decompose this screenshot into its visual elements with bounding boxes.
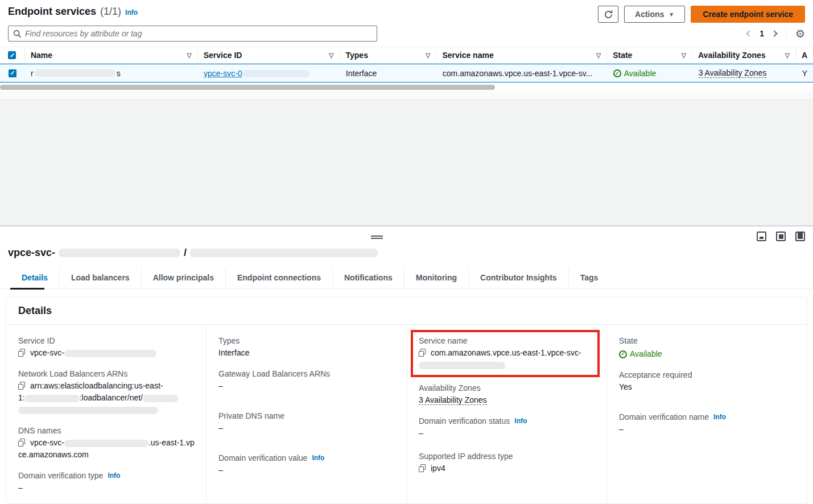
column-header-availability-zones[interactable]: Availability Zones ▽ <box>692 47 796 63</box>
field-service-id: Service ID vpce-svc- <box>18 336 195 359</box>
endpoint-services-table: ✓ Name ▽ Service ID ▽ Types ▽ Service na… <box>0 47 813 82</box>
details-column-1: Service ID vpce-svc- Network Load Balanc… <box>6 325 206 504</box>
copy-icon[interactable] <box>419 464 426 472</box>
sort-icon[interactable]: ▽ <box>329 52 333 59</box>
details-column-4: State ✓Available Acceptance required Yes… <box>606 325 807 504</box>
column-header-types[interactable]: Types ▽ <box>340 47 437 63</box>
select-all-checkbox[interactable]: ✓ <box>8 51 16 59</box>
search-input[interactable] <box>25 29 372 38</box>
sort-icon[interactable]: ▽ <box>596 52 601 59</box>
panel-position-split-icon[interactable] <box>776 232 786 241</box>
field-gateway-lb-arns: Gateway Load Balancers ARNs – <box>218 369 395 392</box>
details-card-header: Details <box>6 298 807 325</box>
row-service-id-cell: vpce-svc-0 <box>198 64 340 82</box>
pagination: 1 ⚙ <box>747 27 805 40</box>
copy-icon[interactable] <box>18 439 25 447</box>
details-column-2: Types Interface Gateway Load Balancers A… <box>206 325 406 504</box>
endpoint-services-section: Endpoint services (1/1) Info Actions ▼ C… <box>0 0 813 100</box>
row-types-cell: Interface <box>340 64 437 82</box>
field-supported-ip: Supported IP address type ipv4 <box>419 452 595 474</box>
settings-gear-icon[interactable]: ⚙ <box>795 28 805 39</box>
column-header-acceptance[interactable]: A <box>796 47 813 63</box>
field-state: State ✓Available <box>619 336 795 360</box>
column-header-state[interactable]: State ▽ <box>607 47 692 63</box>
service-id-link[interactable]: vpce-svc-0 <box>204 69 309 78</box>
row-state-cell: ✓Available <box>608 64 693 82</box>
horizontal-scrollbar-thumb[interactable] <box>0 85 495 90</box>
sort-icon[interactable]: ▽ <box>426 52 430 59</box>
field-domain-verification-type: Domain verification typeInfo – <box>18 471 195 494</box>
sort-icon[interactable]: ▽ <box>682 52 686 59</box>
empty-background-area <box>0 100 813 226</box>
redacted-value <box>419 362 505 369</box>
redacted-service-id <box>242 70 309 77</box>
field-private-dns-name: Private DNS name – <box>218 411 395 434</box>
sort-icon[interactable]: ▽ <box>785 52 789 59</box>
tab-allow-principals[interactable]: Allow principals <box>142 268 226 288</box>
field-service-name: Service name com.amazonaws.vpce.us-east-… <box>419 336 593 371</box>
redacted-service-id-title <box>59 249 180 257</box>
service-name-highlight-box: Service name com.amazonaws.vpce.us-east-… <box>411 330 600 377</box>
availability-zones-popover[interactable]: 3 Availability Zones <box>419 395 487 405</box>
panel-tabs: Details Load balancers Allow principals … <box>0 268 813 289</box>
field-dns-names: DNS names vpce-svc-.us-east-1.vpce.amazo… <box>18 426 195 461</box>
availability-zones-popover[interactable]: 3 Availability Zones <box>699 68 767 78</box>
panel-drag-handle-icon[interactable] <box>371 236 383 240</box>
redacted-value <box>64 350 156 357</box>
create-endpoint-service-button[interactable]: Create endpoint service <box>691 6 805 23</box>
info-link[interactable]: Info <box>713 413 726 421</box>
field-nlb-arns: Network Load Balancers ARNs arn:aws:elas… <box>18 369 195 416</box>
actions-label: Actions <box>635 10 664 19</box>
toolbar-row: 1 ⚙ <box>0 23 813 42</box>
search-box[interactable] <box>8 26 377 42</box>
field-domain-verification-name: Domain verification nameInfo – <box>619 412 795 435</box>
actions-button[interactable]: Actions ▼ <box>624 6 685 23</box>
horizontal-scrollbar <box>0 85 813 91</box>
table-row[interactable]: ✓ rs vpce-svc-0 Interface com.amazonaws.… <box>0 64 813 82</box>
row-availability-zones-cell: 3 Availability Zones <box>693 64 797 82</box>
row-checkbox[interactable]: ✓ <box>9 69 16 77</box>
select-all-checkbox-cell: ✓ <box>0 47 25 63</box>
redacted-value <box>143 395 178 402</box>
tab-tags[interactable]: Tags <box>569 268 610 288</box>
table-footer-strip <box>0 91 813 100</box>
header-info-link[interactable]: Info <box>125 9 138 16</box>
tab-load-balancers[interactable]: Load balancers <box>60 268 142 288</box>
check-circle-icon: ✓ <box>613 69 621 77</box>
info-link[interactable]: Info <box>312 454 324 462</box>
column-header-name[interactable]: Name ▽ <box>25 47 198 63</box>
page-number[interactable]: 1 <box>760 29 764 38</box>
status-badge: ✓Available <box>613 69 657 78</box>
field-domain-verification-value: Domain verification valueInfo – <box>218 453 395 476</box>
details-column-3: Service name com.amazonaws.vpce.us-east-… <box>406 325 606 504</box>
tab-details[interactable]: Details <box>10 268 60 288</box>
next-page-icon[interactable] <box>771 30 777 36</box>
previous-page-icon[interactable] <box>746 30 752 36</box>
panel-position-bottom-icon[interactable] <box>757 232 766 241</box>
column-header-service-name[interactable]: Service name ▽ <box>436 47 607 63</box>
panel-title: vpce-svc- / <box>0 226 813 259</box>
details-heading: Details <box>18 305 795 317</box>
tab-monitoring[interactable]: Monitoring <box>405 268 469 288</box>
tab-contributor-insights[interactable]: Contributor Insights <box>469 268 569 288</box>
tab-notifications[interactable]: Notifications <box>333 268 405 288</box>
info-link[interactable]: Info <box>514 417 527 425</box>
refresh-button[interactable] <box>598 6 618 23</box>
details-card-body: Service ID vpce-svc- Network Load Balanc… <box>6 325 807 504</box>
page-header: Endpoint services (1/1) Info Actions ▼ C… <box>0 0 813 23</box>
redacted-name <box>35 69 115 77</box>
redacted-value <box>18 407 158 414</box>
page-title-wrap: Endpoint services (1/1) Info <box>8 6 138 18</box>
details-card: Details Service ID vpce-svc- Network Loa… <box>6 297 807 504</box>
column-header-service-id[interactable]: Service ID ▽ <box>198 47 340 63</box>
sort-icon[interactable]: ▽ <box>187 52 191 59</box>
refresh-icon <box>604 10 613 19</box>
check-circle-icon: ✓ <box>619 350 627 358</box>
copy-icon[interactable] <box>18 382 25 390</box>
copy-icon[interactable] <box>419 349 426 357</box>
info-link[interactable]: Info <box>108 472 120 480</box>
copy-icon[interactable] <box>18 349 25 357</box>
panel-position-side-icon[interactable] <box>795 232 805 241</box>
tab-endpoint-connections[interactable]: Endpoint connections <box>226 268 333 288</box>
row-checkbox-cell: ✓ <box>0 64 25 82</box>
